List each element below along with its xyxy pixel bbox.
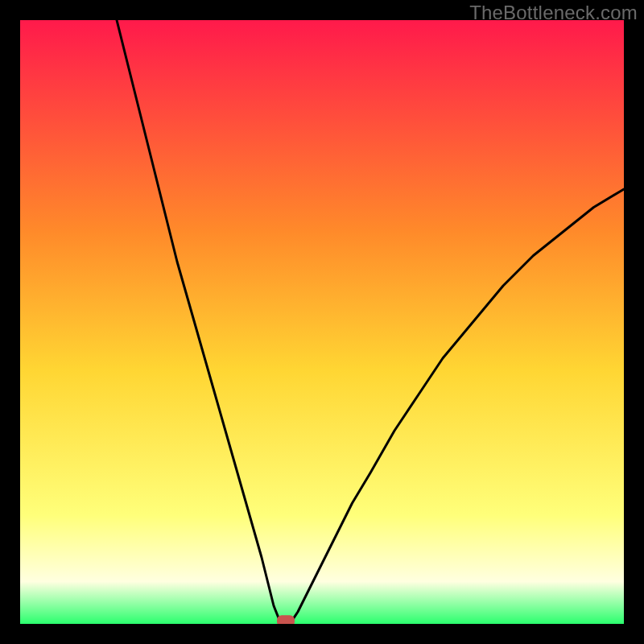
chart-frame: TheBottleneck.com <box>0 0 644 644</box>
heat-gradient-background <box>20 20 624 624</box>
chart-svg <box>20 20 624 624</box>
optimum-marker <box>277 615 295 624</box>
plot-area <box>20 20 624 624</box>
